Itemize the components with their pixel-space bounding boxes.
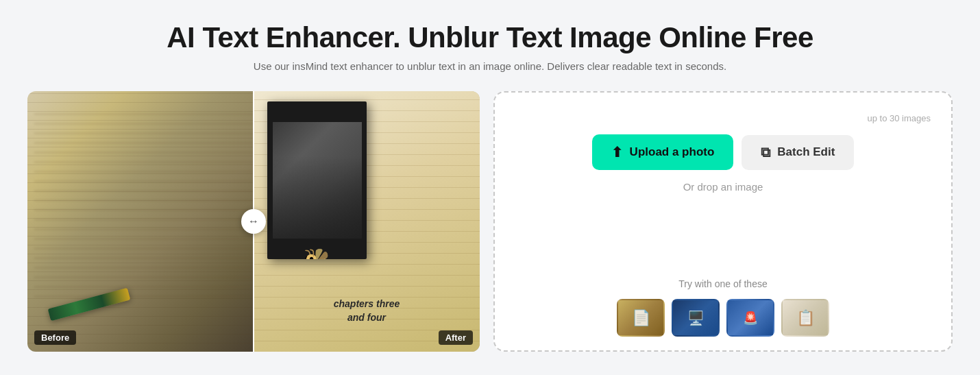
upload-panel: up to 30 images ⬆ Upload a photo ⧉ Batch…: [493, 91, 953, 352]
photo-card: 🐝: [267, 101, 367, 259]
page-subtitle: Use our insMind text enhancer to unblur …: [167, 60, 813, 72]
page-wrapper: AI Text Enhancer. Unblur Text Image Onli…: [0, 0, 980, 375]
batch-button-label: Batch Edit: [777, 145, 835, 159]
book-text-line2: and four: [347, 312, 386, 323]
page-title: AI Text Enhancer. Unblur Text Image Onli…: [167, 22, 813, 53]
drop-text: Or drop an image: [683, 181, 763, 193]
try-label: Try with one of these: [678, 278, 767, 289]
book-text-overlay: chapters three and four: [254, 298, 480, 324]
upload-photo-button[interactable]: ⬆ Upload a photo: [592, 134, 734, 170]
bee-brooch-icon: 🐝: [304, 247, 331, 259]
upload-bottom: Try with one of these: [509, 278, 938, 337]
book-text-line1: chapters three: [334, 298, 400, 309]
page-header: AI Text Enhancer. Unblur Text Image Onli…: [167, 22, 813, 72]
batch-hint: up to 30 images: [867, 113, 931, 123]
content-area: Before ↔ 🐝 chapters three: [27, 91, 953, 352]
sample-thumb-4[interactable]: [781, 299, 829, 337]
image-comparison-panel: Before ↔ 🐝 chapters three: [27, 91, 480, 352]
before-label: Before: [34, 330, 76, 345]
divider-icon: ↔: [248, 215, 259, 228]
upload-icon: ⬆: [611, 144, 623, 160]
upload-button-label: Upload a photo: [630, 145, 715, 159]
before-image: Before: [27, 91, 254, 352]
buttons-row: ⬆ Upload a photo ⧉ Batch Edit: [592, 134, 855, 170]
divider-handle[interactable]: ↔: [241, 209, 266, 234]
after-label: After: [439, 330, 473, 345]
sample-thumb-3[interactable]: [726, 299, 774, 337]
after-image: 🐝 chapters three and four After: [254, 91, 480, 352]
layers-icon: ⧉: [761, 145, 770, 160]
sample-thumb-2[interactable]: [672, 299, 720, 337]
photo-card-inner: [273, 122, 362, 239]
sample-thumb-1[interactable]: [617, 299, 665, 337]
upload-top: up to 30 images ⬆ Upload a photo ⧉ Batch…: [509, 113, 938, 193]
sample-images-row: [617, 299, 829, 337]
photo-figures: [273, 156, 362, 239]
book-lines-overlay: [34, 112, 254, 297]
after-book-bg: 🐝 chapters three and four: [254, 91, 480, 352]
batch-edit-button[interactable]: ⧉ Batch Edit: [742, 135, 854, 170]
